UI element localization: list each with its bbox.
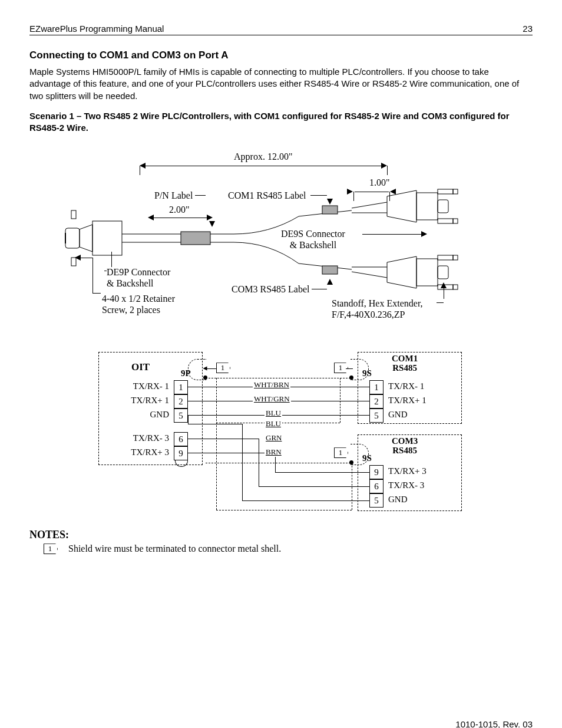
svg-rect-18 bbox=[438, 266, 448, 279]
note-flag-com3: 1 bbox=[334, 447, 348, 458]
wire-color-3: BLU bbox=[265, 419, 282, 429]
svg-rect-12 bbox=[438, 189, 453, 194]
section-title: Connecting to COM1 and COM3 on Port A bbox=[29, 50, 533, 61]
com3-pin-2: 5 bbox=[369, 493, 384, 508]
svg-marker-1 bbox=[80, 225, 92, 252]
com3-pin-0: 9 bbox=[369, 465, 384, 479]
note-row-1: 1 Shield wire must be terminated to conn… bbox=[44, 543, 533, 554]
oit-sig-3: TX/RX- 3 bbox=[110, 433, 169, 443]
svg-rect-8 bbox=[322, 266, 338, 274]
com3-sig-0: TX/RX+ 3 bbox=[388, 466, 427, 476]
notes-heading: NOTES: bbox=[29, 529, 533, 541]
svg-rect-10 bbox=[416, 193, 438, 220]
cable-svg bbox=[57, 151, 505, 305]
svg-rect-21 bbox=[453, 255, 458, 260]
wire-color-4: GRN bbox=[265, 433, 283, 443]
svg-rect-13 bbox=[438, 219, 453, 223]
oit-pin-1: 2 bbox=[174, 394, 188, 409]
oit-pin-3: 6 bbox=[174, 432, 188, 446]
note-flag-com1: 1 bbox=[334, 363, 348, 373]
oit-sig-0: TX/RX- 1 bbox=[110, 381, 169, 391]
page-number: 23 bbox=[523, 24, 533, 34]
svg-rect-6 bbox=[181, 232, 210, 245]
com1-sig-1: TX/RX+ 1 bbox=[388, 396, 427, 406]
svg-rect-0 bbox=[92, 221, 122, 255]
com1-sig-2: GND bbox=[388, 410, 408, 420]
svg-rect-20 bbox=[438, 285, 453, 289]
intro-paragraph: Maple Systems HMI5000P/L family of HMIs … bbox=[29, 66, 533, 102]
svg-rect-7 bbox=[322, 206, 338, 214]
note-flag-left: 1 bbox=[216, 363, 230, 373]
com1-title: COM1RS485 bbox=[392, 354, 418, 373]
oit-sig-2: GND bbox=[110, 410, 169, 420]
wiring-diagram: OIT 9P TX/RX- 1 TX/RX+ 1 GND TX/RX- 3 TX… bbox=[98, 352, 464, 523]
oit-sig-4: TX/RX+ 3 bbox=[110, 447, 169, 457]
wire-color-5: BRN bbox=[265, 447, 283, 457]
com1-sig-0: TX/RX- 1 bbox=[388, 381, 424, 391]
svg-marker-9 bbox=[387, 190, 416, 222]
cable-diagram: Approx. 12.00" 1.00" P/N Label 2.00" COM… bbox=[57, 151, 505, 346]
svg-rect-14 bbox=[453, 189, 458, 194]
svg-rect-2 bbox=[71, 210, 76, 219]
scenario-heading: Scenario 1 – Two RS485 2 Wire PLC/Contro… bbox=[29, 110, 533, 134]
com1-pin-0: 1 bbox=[369, 380, 384, 394]
com3-title: COM3RS485 bbox=[392, 437, 418, 456]
com1-pin-2: 5 bbox=[369, 409, 384, 423]
svg-rect-4 bbox=[65, 228, 80, 248]
oit-pin-0: 1 bbox=[174, 380, 188, 394]
svg-rect-11 bbox=[438, 200, 448, 213]
wire-color-0: WHT/BRN bbox=[253, 380, 290, 390]
svg-rect-22 bbox=[453, 285, 458, 289]
svg-rect-15 bbox=[453, 219, 458, 223]
page-header: EZwarePlus Programming Manual 23 bbox=[29, 24, 533, 35]
com3-pin-1: 6 bbox=[369, 479, 384, 493]
com3-sig-1: TX/RX- 3 bbox=[388, 480, 424, 490]
svg-rect-3 bbox=[71, 258, 76, 266]
svg-marker-16 bbox=[387, 256, 416, 288]
wire-color-2: BLU bbox=[265, 409, 282, 418]
oit-pin-2: 5 bbox=[174, 409, 188, 423]
svg-rect-17 bbox=[416, 259, 438, 286]
page-footer: 1010-1015, Rev. 03 bbox=[29, 719, 533, 728]
com1-pin-1: 2 bbox=[369, 394, 384, 409]
header-title: EZwarePlus Programming Manual bbox=[29, 24, 164, 34]
wire-color-1: WHT/GRN bbox=[253, 394, 291, 404]
svg-rect-19 bbox=[438, 255, 453, 260]
oit-title: OIT bbox=[131, 361, 150, 373]
oit-sig-1: TX/RX+ 1 bbox=[110, 396, 169, 406]
com3-sig-2: GND bbox=[388, 495, 408, 505]
note-flag-1: 1 bbox=[44, 543, 58, 554]
note-text-1: Shield wire must be terminated to connec… bbox=[68, 543, 281, 554]
oit-pin-4: 9 bbox=[174, 446, 188, 460]
